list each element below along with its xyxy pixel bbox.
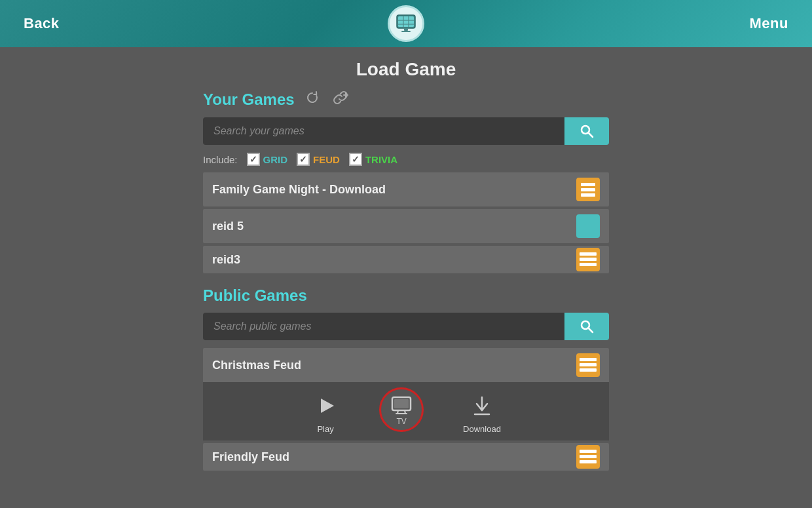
game-name: reid3 <box>212 253 240 267</box>
your-games-search-input[interactable] <box>203 117 564 145</box>
public-games-search-input[interactable] <box>203 313 564 340</box>
filter-grid[interactable]: ✓ GRID <box>247 153 288 166</box>
public-games-section-header: Public Games <box>203 286 609 305</box>
download-label: Download <box>463 424 501 434</box>
your-games-search-bar <box>203 117 609 145</box>
svg-rect-7 <box>401 31 411 32</box>
game-name: Christmas Feud <box>212 359 301 372</box>
game-name: Family Game Night - Download <box>212 183 386 197</box>
tv-icon <box>390 393 413 417</box>
filter-trivia[interactable]: ✓ TRIVIA <box>349 153 397 166</box>
svg-rect-16 <box>394 399 409 408</box>
game-item-christmas-feud[interactable]: Christmas Feud <box>203 348 609 382</box>
svg-line-13 <box>589 328 593 333</box>
game-item-family-game-night[interactable]: Family Game Night - Download <box>203 172 609 206</box>
download-button[interactable]: Download <box>463 391 501 434</box>
filter-trivia-label: TRIVIA <box>365 154 397 165</box>
your-games-search-button[interactable] <box>564 117 609 145</box>
game-name: reid 5 <box>212 220 244 233</box>
your-games-title: Your Games <box>203 90 295 109</box>
feud-icon <box>576 353 600 377</box>
app-logo <box>388 5 424 42</box>
main-content: Load Game Your Games <box>0 47 812 508</box>
filter-label: Include: <box>203 154 238 165</box>
grid-icon <box>576 214 600 238</box>
feud-icon <box>576 248 600 271</box>
svg-rect-6 <box>404 28 408 31</box>
your-games-section-header: Your Games <box>203 89 609 109</box>
game-action-row: Play TV <box>203 382 609 440</box>
back-button[interactable]: Back <box>24 15 60 32</box>
download-icon <box>468 391 496 420</box>
filter-trivia-check[interactable]: ✓ <box>349 153 362 166</box>
menu-button[interactable]: Menu <box>750 15 788 32</box>
feud-icon <box>576 445 600 469</box>
page-title: Load Game <box>203 59 609 80</box>
filter-row: Include: ✓ GRID ✓ FEUD ✓ TRIVIA <box>203 153 609 166</box>
filter-feud[interactable]: ✓ FEUD <box>297 153 340 166</box>
play-label: Play <box>317 424 333 434</box>
filter-grid-check[interactable]: ✓ <box>247 153 260 166</box>
top-bar: Back Menu <box>0 0 812 47</box>
refresh-button[interactable] <box>303 89 322 109</box>
tv-circle: TV <box>379 387 424 432</box>
feud-icon <box>576 178 600 201</box>
game-item-reid5[interactable]: reid 5 <box>203 209 609 243</box>
tv-button[interactable]: TV <box>379 394 424 432</box>
game-item-friendly-feud[interactable]: Friendly Feud <box>203 443 609 471</box>
public-games-list: Christmas Feud Play <box>203 348 609 471</box>
game-name: Friendly Feud <box>212 450 289 464</box>
tv-label: TV <box>396 417 406 426</box>
public-games-search-bar <box>203 313 609 340</box>
play-icon <box>311 391 340 420</box>
game-item-reid3[interactable]: reid3 <box>203 246 609 273</box>
svg-marker-14 <box>321 399 334 413</box>
link-add-button[interactable] <box>330 89 351 109</box>
filter-feud-check[interactable]: ✓ <box>297 153 310 166</box>
public-games-search-button[interactable] <box>564 313 609 340</box>
your-games-list: Family Game Night - Download reid 5 <box>203 172 609 273</box>
svg-rect-1 <box>398 16 414 27</box>
svg-line-11 <box>589 133 593 138</box>
play-button[interactable]: Play <box>311 391 340 434</box>
public-games-title: Public Games <box>203 286 307 305</box>
filter-grid-label: GRID <box>263 154 288 165</box>
filter-feud-label: FEUD <box>313 154 340 165</box>
